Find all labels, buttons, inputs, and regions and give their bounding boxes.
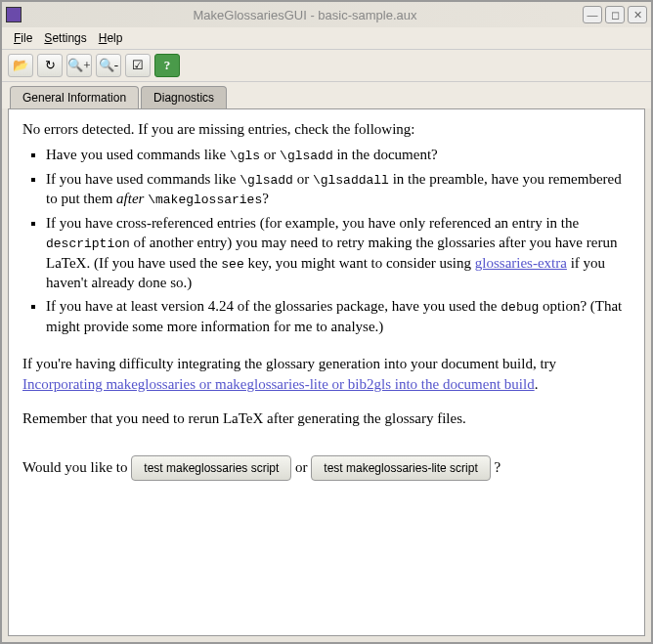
window-title: MakeGlossariesGUI - basic-sample.aux: [27, 8, 583, 22]
refresh-icon[interactable]: ↻: [37, 54, 63, 77]
list-item: If you have at least version 4.24 of the…: [46, 296, 631, 336]
paragraph-integration: If you're having difficulty integrating …: [22, 354, 631, 394]
code: \glsaddall: [313, 173, 389, 188]
code: debug: [501, 300, 539, 315]
list-item: If you have cross-referenced entries (fo…: [46, 213, 631, 293]
menubar: File Settings Help: [2, 27, 651, 50]
maximize-button[interactable]: ◻: [605, 6, 625, 23]
close-button[interactable]: ✕: [628, 6, 647, 23]
code: \gls: [230, 149, 260, 163]
toolbar: 📂 ↻ 🔍+ 🔍- ☑ ?: [2, 50, 651, 82]
glossaries-extra-link[interactable]: glossaries-extra: [475, 255, 567, 271]
incorporating-link[interactable]: Incorporating makeglossaries or makeglos…: [22, 376, 535, 392]
paragraph-rerun: Remember that you need to rerun LaTeX af…: [22, 408, 631, 428]
list-item: If you have used commands like \glsadd o…: [46, 169, 631, 209]
code: \glsadd: [239, 173, 293, 188]
zoom-in-icon[interactable]: 🔍+: [66, 54, 92, 77]
zoom-out-icon[interactable]: 🔍-: [96, 54, 121, 77]
tabstrip: General Information Diagnostics: [2, 82, 651, 108]
test-makeglossaries-button[interactable]: test makeglossaries script: [131, 455, 291, 481]
code: \glsadd: [280, 149, 333, 163]
test-row: Would you like to test makeglossaries sc…: [22, 455, 631, 481]
tab-general-information[interactable]: General Information: [10, 86, 139, 108]
options-icon[interactable]: ☑: [125, 54, 151, 77]
intro-text: No errors detected. If you are missing e…: [22, 119, 631, 139]
code: \makeglossaries: [148, 193, 262, 207]
checklist: Have you used commands like \gls or \gls…: [46, 145, 631, 336]
titlebar: MakeGlossariesGUI - basic-sample.aux — ◻…: [2, 2, 651, 27]
app-window: MakeGlossariesGUI - basic-sample.aux — ◻…: [0, 0, 653, 644]
tab-diagnostics[interactable]: Diagnostics: [141, 86, 227, 108]
test-makeglossaries-lite-button[interactable]: test makeglossaries-lite script: [311, 455, 490, 481]
minimize-button[interactable]: —: [583, 6, 602, 23]
open-icon[interactable]: 📂: [8, 54, 33, 77]
content-pane: No errors detected. If you are missing e…: [8, 108, 645, 636]
menu-file[interactable]: File: [10, 29, 36, 47]
menu-help[interactable]: Help: [95, 29, 127, 47]
code: see: [221, 257, 243, 272]
app-icon: [6, 7, 22, 22]
help-icon[interactable]: ?: [154, 54, 180, 77]
list-item: Have you used commands like \gls or \gls…: [46, 145, 631, 165]
code: description: [46, 236, 130, 251]
menu-settings[interactable]: Settings: [40, 29, 90, 47]
